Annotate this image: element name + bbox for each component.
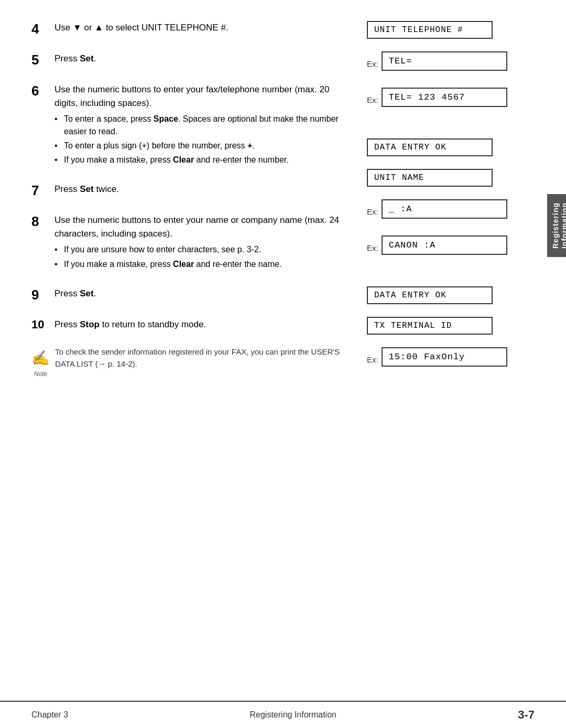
note-icon: ✍ <box>31 347 50 369</box>
tel-empty-row: Ex: TEL= <box>367 51 535 74</box>
unit-name-section: UNIT NAME <box>367 169 535 190</box>
right-column: UNIT TELEPHONE # Ex: TEL= Ex: TEL= 123 4… <box>367 21 535 389</box>
canon-a-row: Ex: CANON :A <box>367 235 535 258</box>
canon-a-box: CANON :A <box>382 235 507 255</box>
step-7-number: 7 <box>31 183 55 199</box>
step-8: 8 Use the numeric buttons to enter your … <box>31 213 351 272</box>
step-6-body: Use the numeric buttons to enter your fa… <box>55 83 351 168</box>
footer-title: Registering Information <box>250 710 336 720</box>
step-8-bullet-2: If you make a mistake, press Clear and r… <box>55 258 351 270</box>
tx-terminal-id-box: TX TERMINAL ID <box>367 317 493 335</box>
step-6: 6 Use the numeric buttons to enter your … <box>31 83 351 168</box>
ex3-label: Ex: <box>367 207 378 216</box>
step-5: 5 Press Set. <box>31 52 351 68</box>
tel-number-box: TEL= 123 4567 <box>382 88 507 107</box>
step-9-number: 9 <box>31 287 55 303</box>
unit-telephone-section: UNIT TELEPHONE # <box>367 21 535 42</box>
step-9: 9 Press Set. <box>31 287 351 303</box>
step-8-body: Use the numeric buttons to enter your na… <box>55 213 351 272</box>
side-tab-line2: Information <box>560 202 566 249</box>
note-text: To check the sender information register… <box>55 346 351 370</box>
step-4: 4 Use ▼ or ▲ to select UNIT TELEPHONE #. <box>31 21 351 37</box>
left-column: 4 Use ▼ or ▲ to select UNIT TELEPHONE #.… <box>31 21 367 389</box>
note-area: ✍ Note To check the sender information r… <box>31 346 351 379</box>
data-entry-ok-1-box: DATA ENTRY OK <box>367 138 493 156</box>
terminal-ex-row: Ex: 15:00 FaxOnly <box>367 347 535 370</box>
ex2-label: Ex: <box>367 95 378 104</box>
cursor-a-box: _ :A <box>382 199 507 219</box>
side-tab: Registering Information <box>547 194 566 257</box>
cursor-a-row: Ex: _ :A <box>367 199 535 222</box>
step-6-bullets: To enter a space, press Space. Spaces ar… <box>55 113 351 166</box>
ex4-label: Ex: <box>367 243 378 252</box>
unit-name-box: UNIT NAME <box>367 169 493 187</box>
data-entry-ok-2-box: DATA ENTRY OK <box>367 286 493 304</box>
data-entry-ok-1-section: DATA ENTRY OK <box>367 138 535 159</box>
step-5-number: 5 <box>31 52 55 68</box>
step-4-body: Use ▼ or ▲ to select UNIT TELEPHONE #. <box>55 21 228 35</box>
content-area: 4 Use ▼ or ▲ to select UNIT TELEPHONE #.… <box>31 21 535 389</box>
unit-telephone-box: UNIT TELEPHONE # <box>367 21 493 39</box>
step-6-bullet-1: To enter a space, press Space. Spaces ar… <box>55 113 351 137</box>
tx-terminal-section: TX TERMINAL ID <box>367 317 535 338</box>
step-8-bullets: If you are unsure how to enter character… <box>55 243 351 270</box>
step-5-body: Press Set. <box>55 52 96 66</box>
step-7: 7 Press Set twice. <box>31 183 351 199</box>
step-6-bullet-3: If you make a mistake, press Clear and r… <box>55 154 351 166</box>
step-10: 10 Press Stop to return to standby mode. <box>31 318 351 331</box>
ex5-label: Ex: <box>367 355 378 364</box>
step-10-number: 10 <box>31 318 55 331</box>
footer-page-number: 3-7 <box>518 708 535 722</box>
tel-number-row: Ex: TEL= 123 4567 <box>367 88 535 110</box>
tel-empty-section: Ex: TEL= <box>367 51 535 78</box>
canon-a-section: Ex: CANON :A <box>367 235 535 262</box>
step-8-number: 8 <box>31 213 55 230</box>
step-9-body: Press Set. <box>55 287 96 301</box>
side-tab-line1: Registering <box>551 202 560 249</box>
step-8-bullet-1: If you are unsure how to enter character… <box>55 243 351 255</box>
tel-number-section: Ex: TEL= 123 4567 <box>367 88 535 114</box>
footer-chapter: Chapter 3 <box>31 710 68 720</box>
data-entry-ok-2-section: DATA ENTRY OK <box>367 286 535 307</box>
cursor-a-section: Ex: _ :A <box>367 199 535 226</box>
page: Registering Information 4 Use ▼ or ▲ to … <box>0 0 566 728</box>
step-7-body: Press Set twice. <box>55 183 119 196</box>
step-10-body: Press Stop to return to standby mode. <box>55 318 206 331</box>
step-6-bullet-2: To enter a plus sign (+) before the numb… <box>55 140 351 152</box>
step-6-number: 6 <box>31 83 55 99</box>
ex1-label: Ex: <box>367 59 378 68</box>
note-label: Note <box>34 369 47 379</box>
tel-empty-box: TEL= <box>382 51 507 71</box>
terminal-ex-section: Ex: 15:00 FaxOnly <box>367 347 535 374</box>
terminal-ex-box: 15:00 FaxOnly <box>382 347 507 367</box>
footer: Chapter 3 Registering Information 3-7 <box>0 701 566 728</box>
step-4-number: 4 <box>31 21 55 37</box>
